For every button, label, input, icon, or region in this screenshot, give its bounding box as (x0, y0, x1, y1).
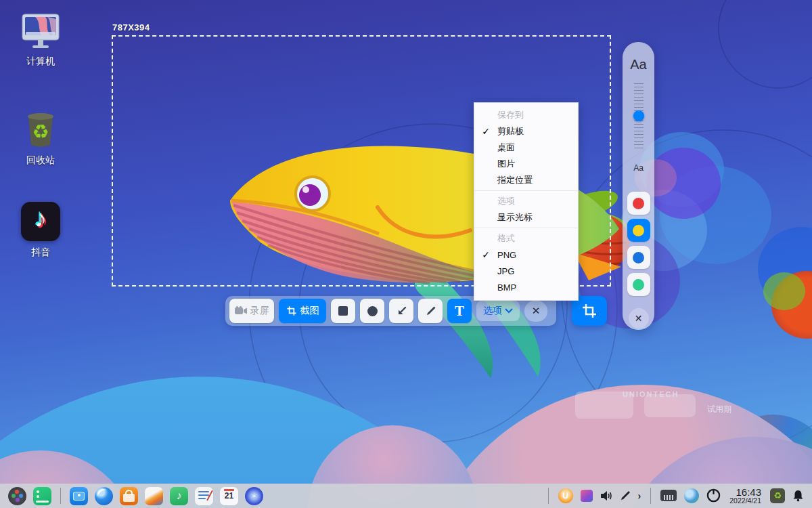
launcher-icon[interactable] (8, 487, 26, 505)
record-label: 录屏 (250, 305, 269, 317)
capture-button[interactable]: 截图 (279, 299, 326, 323)
rectangle-tool-button[interactable] (331, 299, 355, 323)
cloud-blob (660, 166, 771, 264)
desktop-icon-recycle-bin[interactable]: ♻ 回收站 (8, 108, 73, 167)
menu-item-bmp[interactable]: BMP (474, 279, 578, 295)
desktop-icon-label: 抖音 (8, 247, 73, 259)
taskbar: ♪ 21 ✶ U › (0, 484, 812, 508)
text-editor-icon[interactable] (195, 487, 213, 505)
menu-header-format: 格式 (474, 230, 578, 247)
selection-size-label: 787X394 (112, 22, 150, 33)
menu-item-show-cursor[interactable]: 显示光标 (474, 209, 578, 226)
browser-icon[interactable] (95, 487, 113, 505)
menu-divider (474, 228, 578, 228)
yellow-dot (633, 225, 644, 236)
menu-item-desktop[interactable]: 桌面 (474, 140, 578, 156)
check-icon: ✓ (474, 249, 497, 260)
pen-tool-button[interactable] (418, 299, 443, 323)
menu-header-options: 选项 (474, 193, 578, 209)
options-label: 选项 (483, 305, 502, 317)
recycle-bin-icon: ♻ (22, 108, 60, 149)
clock[interactable]: 16:43 2022/4/21 (729, 487, 761, 505)
time-label: 16:43 (729, 487, 761, 498)
font-size-small-label: Aa (633, 163, 644, 173)
edge-green-leaf (763, 272, 805, 310)
menu-item-specified-location[interactable]: 指定位置 (474, 172, 578, 188)
circle-icon (367, 306, 378, 316)
app-tray-icon[interactable] (581, 490, 593, 502)
screenshot-pen-tray-icon[interactable] (620, 490, 631, 501)
desktop-icon-douyin[interactable]: ♪ ♪ ♪ 抖音 (8, 202, 73, 259)
color-swatches (627, 188, 650, 296)
font-size-large-label: Aa (630, 57, 646, 72)
menu-divider (474, 190, 578, 191)
arrow-icon (396, 305, 407, 317)
green-dot (633, 279, 644, 291)
computer-icon (20, 12, 61, 50)
color-swatch-yellow[interactable] (627, 219, 650, 242)
defender-icon[interactable]: ✶ (245, 487, 263, 505)
keyboard-icon[interactable] (660, 490, 677, 501)
trash-tray-icon[interactable]: ♻ (770, 488, 785, 503)
desktop-icon-computer[interactable]: 计算机 (8, 12, 73, 68)
music-icon[interactable]: ♪ (170, 487, 188, 505)
power-icon[interactable] (706, 488, 721, 503)
crop-icon (581, 303, 597, 319)
blue-dot (633, 252, 644, 263)
rectangle-icon (338, 306, 348, 316)
options-context-menu: 保存到 ✓剪贴板 桌面 图片 指定位置 选项 显示光标 格式 ✓PNG JPG … (474, 102, 579, 301)
dock-apps: ♪ 21 ✶ (8, 487, 263, 505)
camcorder-icon (235, 306, 247, 316)
tray-separator (650, 488, 651, 504)
toolbar-close-button[interactable]: ✕ (524, 301, 547, 322)
crop-icon (286, 305, 297, 316)
ellipse-tool-button[interactable] (360, 299, 384, 323)
menu-item-clipboard[interactable]: ✓剪贴板 (474, 123, 578, 140)
panel-close-button[interactable]: ✕ (629, 308, 649, 329)
red-dot (633, 198, 644, 209)
volume-icon[interactable] (600, 490, 612, 501)
color-swatch-green[interactable] (627, 273, 650, 296)
system-tray: U › 16:43 2022/4/21 ♻ (546, 487, 804, 505)
capture-label: 截图 (300, 305, 319, 317)
notifications-bell-icon[interactable] (792, 490, 804, 502)
input-method-icon[interactable] (684, 488, 699, 503)
watermark-trial-label: 试用期 (707, 404, 731, 415)
svg-text:♻: ♻ (32, 121, 49, 142)
chevron-down-icon (505, 308, 513, 314)
tray-separator (548, 488, 549, 504)
font-size-slider[interactable] (633, 83, 645, 151)
image-viewer-icon[interactable] (145, 487, 163, 505)
violet-blob (646, 148, 721, 219)
menu-item-jpg[interactable]: JPG (474, 263, 578, 279)
desktop-icon-label: 计算机 (8, 56, 73, 68)
edge-red-blob (771, 271, 812, 339)
multitasking-icon[interactable] (33, 487, 51, 505)
watermark-brand: UNIONTECH (623, 390, 679, 398)
pen-icon (425, 305, 436, 317)
file-manager-icon[interactable] (70, 487, 88, 505)
updater-tray-icon[interactable]: U (558, 488, 573, 503)
color-swatch-red[interactable] (627, 192, 650, 215)
calendar-icon[interactable]: 21 (220, 487, 238, 505)
close-icon: ✕ (532, 305, 541, 317)
menu-item-png[interactable]: ✓PNG (474, 247, 578, 263)
close-icon: ✕ (635, 313, 643, 324)
menu-header-save-to: 保存到 (474, 107, 578, 123)
text-tool-button[interactable]: T (447, 299, 472, 323)
date-label: 2022/4/21 (729, 497, 761, 505)
options-dropdown-button[interactable]: 选项 (476, 301, 520, 321)
desktop-icon-label: 回收站 (8, 154, 73, 167)
dock-separator (60, 488, 61, 504)
app-store-icon[interactable] (120, 487, 138, 505)
edge-blue-blob (758, 227, 812, 312)
tray-expand-chevron[interactable]: › (638, 490, 641, 501)
text-tool-icon: T (455, 303, 464, 320)
slider-handle[interactable] (633, 110, 644, 121)
record-screen-button[interactable]: 录屏 (229, 299, 274, 323)
menu-item-pictures[interactable]: 图片 (474, 156, 578, 172)
arrow-tool-button[interactable] (389, 299, 413, 323)
text-style-panel: Aa Aa ✕ (623, 42, 654, 330)
check-icon: ✓ (474, 126, 497, 137)
color-swatch-blue[interactable] (627, 246, 650, 269)
